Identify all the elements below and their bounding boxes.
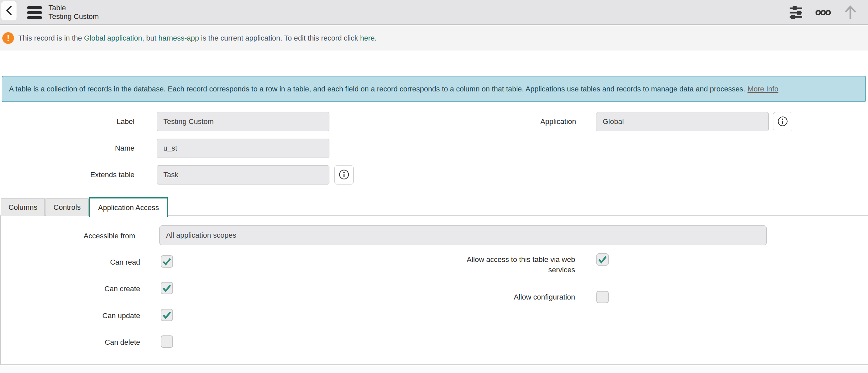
extends-table-info-button[interactable] xyxy=(334,165,354,184)
accessible-from-label: Accessible from xyxy=(1,226,135,246)
page-bottom-area xyxy=(0,366,868,373)
table-info-banner: A table is a collection of records in th… xyxy=(2,76,866,102)
harness-app-link[interactable]: harness-app xyxy=(158,34,199,42)
can-update-checkbox[interactable] xyxy=(161,309,173,321)
can-create-label: Can create xyxy=(1,285,140,293)
label-field-input[interactable]: Testing Custom xyxy=(157,112,330,131)
can-create-checkbox[interactable] xyxy=(161,282,173,294)
application-field-label: Application xyxy=(442,112,576,131)
scroll-to-top-icon[interactable] xyxy=(843,5,858,20)
name-field-input[interactable]: u_st xyxy=(157,139,330,158)
info-icon xyxy=(338,169,350,181)
warning-text-segment: This record is in the xyxy=(18,34,84,42)
hamburger-bar xyxy=(27,6,42,9)
form-header-bar: Table Testing Custom xyxy=(0,0,868,25)
can-delete-label: Can delete xyxy=(1,338,140,347)
application-info-button[interactable] xyxy=(773,112,792,131)
allow-configuration-label: Allow configuration xyxy=(449,293,575,302)
can-read-label: Can read xyxy=(1,258,140,267)
web-services-label: Allow access to this table via web servi… xyxy=(449,254,575,275)
back-button[interactable] xyxy=(1,1,17,20)
can-update-label: Can update xyxy=(1,312,140,320)
edit-here-link[interactable]: here xyxy=(360,34,375,42)
cross-scope-warning: ! This record is in the Global applicati… xyxy=(0,26,868,51)
info-icon xyxy=(777,116,788,128)
record-name-label: Testing Custom xyxy=(49,12,99,21)
hamburger-bar xyxy=(27,11,42,14)
tab-columns[interactable]: Columns xyxy=(1,198,45,216)
warning-text-segment: . xyxy=(375,34,377,42)
can-read-checkbox[interactable] xyxy=(161,255,173,268)
warning-text-segment: is the current application. To edit this… xyxy=(199,34,360,42)
form-context-menu-icon[interactable] xyxy=(27,6,42,19)
extends-table-field-input[interactable]: Task xyxy=(157,165,330,184)
chevron-left-icon xyxy=(5,4,13,18)
hamburger-bar xyxy=(27,16,42,19)
record-type-label: Table xyxy=(49,4,99,12)
record-title: Table Testing Custom xyxy=(49,4,99,21)
more-options-icon[interactable] xyxy=(815,5,831,20)
global-application-link[interactable]: Global application xyxy=(84,34,142,42)
warning-icon: ! xyxy=(2,32,14,44)
warning-text: This record is in the Global application… xyxy=(18,34,377,42)
banner-text: A table is a collection of records in th… xyxy=(9,85,745,93)
header-actions xyxy=(788,0,858,25)
can-delete-checkbox[interactable] xyxy=(161,336,173,348)
application-field-input[interactable]: Global xyxy=(596,112,769,131)
label-field-label: Label xyxy=(0,112,134,131)
accessible-from-select[interactable]: All application scopes xyxy=(159,225,767,245)
tab-controls[interactable]: Controls xyxy=(45,198,89,216)
warning-text-segment: , but xyxy=(142,34,158,42)
web-services-checkbox[interactable] xyxy=(596,253,609,266)
tab-application-access[interactable]: Application Access xyxy=(89,197,168,217)
extends-table-field-label: Extends table xyxy=(0,165,134,184)
name-field-label: Name xyxy=(0,139,134,158)
application-access-panel: Accessible from All application scopes C… xyxy=(0,216,868,365)
more-info-link[interactable]: More Info xyxy=(747,85,778,93)
allow-configuration-checkbox[interactable] xyxy=(596,291,609,303)
personalize-form-icon[interactable] xyxy=(788,5,804,20)
